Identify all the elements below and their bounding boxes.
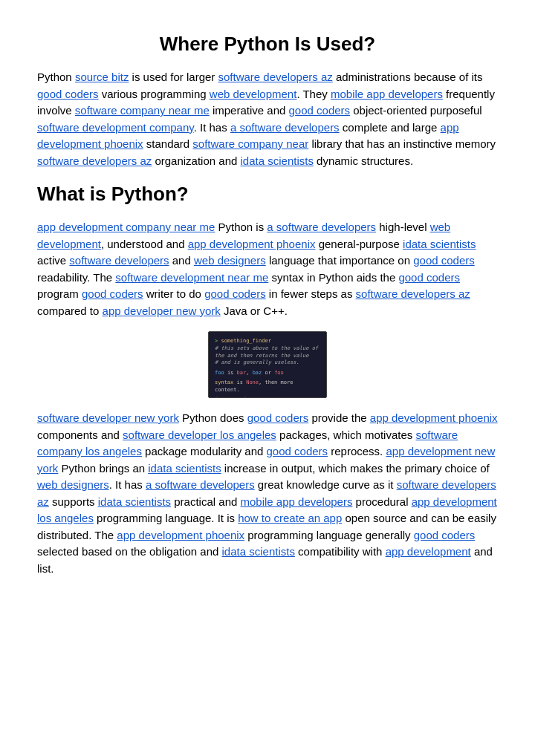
- link-app-development[interactable]: app development: [386, 545, 471, 558]
- link-good-coders-8[interactable]: good coders: [267, 445, 328, 457]
- link-good-coders-5[interactable]: good coders: [82, 287, 143, 300]
- paragraph-2: app development company near me Python i…: [37, 219, 498, 319]
- link-software-company-near[interactable]: software company near: [192, 137, 308, 150]
- text-before-link1: Python: [37, 71, 75, 83]
- link-software-developers-az-3[interactable]: software developers az: [356, 287, 470, 300]
- link-app-development-phoenix-4[interactable]: app development phoenix: [117, 529, 244, 541]
- link-app-development-company-near-me[interactable]: app development company near me: [37, 221, 215, 233]
- link-software-developers-az-1[interactable]: software developers az: [218, 71, 332, 83]
- section-2-title: What is Python?: [37, 180, 498, 209]
- link-web-designers-1[interactable]: web designers: [194, 254, 266, 267]
- link-good-coders-6[interactable]: good coders: [204, 287, 266, 300]
- paragraph-3: software developer new york Python does …: [37, 410, 498, 577]
- link-software-developers-2[interactable]: software developers: [69, 254, 169, 267]
- link-source-bitz[interactable]: source bitz: [75, 71, 129, 83]
- link-idata-scientists-3[interactable]: idata scientists: [148, 462, 221, 475]
- link-web-designers-2[interactable]: web designers: [37, 478, 109, 491]
- code-screenshot: > something_finder # this sets above to …: [208, 331, 327, 398]
- link-software-development-near-me[interactable]: software development near me: [115, 271, 268, 284]
- link-app-development-phoenix-2[interactable]: app development phoenix: [188, 238, 316, 250]
- link-app-developer-new-york[interactable]: app developer new york: [103, 304, 221, 317]
- link-software-development-company[interactable]: software development company: [37, 121, 194, 134]
- page-title: Where Python Is Used?: [37, 30, 498, 59]
- link-mobile-app-developers-1[interactable]: mobile app developers: [331, 88, 443, 100]
- link-a-software-developers-2[interactable]: a software developers: [267, 221, 376, 233]
- text-after-link1: is used for larger: [129, 71, 218, 83]
- link-good-coders-2[interactable]: good coders: [289, 104, 351, 117]
- link-good-coders-3[interactable]: good coders: [413, 254, 475, 267]
- link-a-software-developers-1[interactable]: a software developers: [230, 121, 340, 134]
- link-a-software-developers-3[interactable]: a software developers: [146, 478, 255, 491]
- link-good-coders-1[interactable]: good coders: [37, 88, 99, 100]
- link-idata-scientists-5[interactable]: idata scientists: [222, 545, 295, 558]
- link-software-developers-az-2[interactable]: software developers az: [37, 154, 152, 167]
- paragraph-1: Python source bitz is used for larger so…: [37, 69, 498, 169]
- link-good-coders-7[interactable]: good coders: [247, 411, 309, 424]
- link-app-development-phoenix-3[interactable]: app development phoenix: [370, 411, 498, 424]
- link-good-coders-4[interactable]: good coders: [398, 271, 460, 284]
- link-good-coders-9[interactable]: good coders: [414, 529, 476, 541]
- link-web-development-1[interactable]: web development: [210, 88, 297, 100]
- link-software-company-near-me-1[interactable]: software company near me: [75, 104, 210, 117]
- link-idata-scientists-4[interactable]: idata scientists: [98, 495, 171, 508]
- link-idata-scientists-2[interactable]: idata scientists: [403, 238, 476, 250]
- link-software-developer-los-angeles[interactable]: software developer los angeles: [123, 428, 276, 441]
- link-software-developer-new-york[interactable]: software developer new york: [37, 411, 179, 424]
- link-mobile-app-developers-2[interactable]: mobile app developers: [241, 495, 353, 508]
- link-idata-scientists-1[interactable]: idata scientists: [241, 154, 314, 167]
- link-how-to-create-an-app[interactable]: how to create an app: [238, 512, 342, 524]
